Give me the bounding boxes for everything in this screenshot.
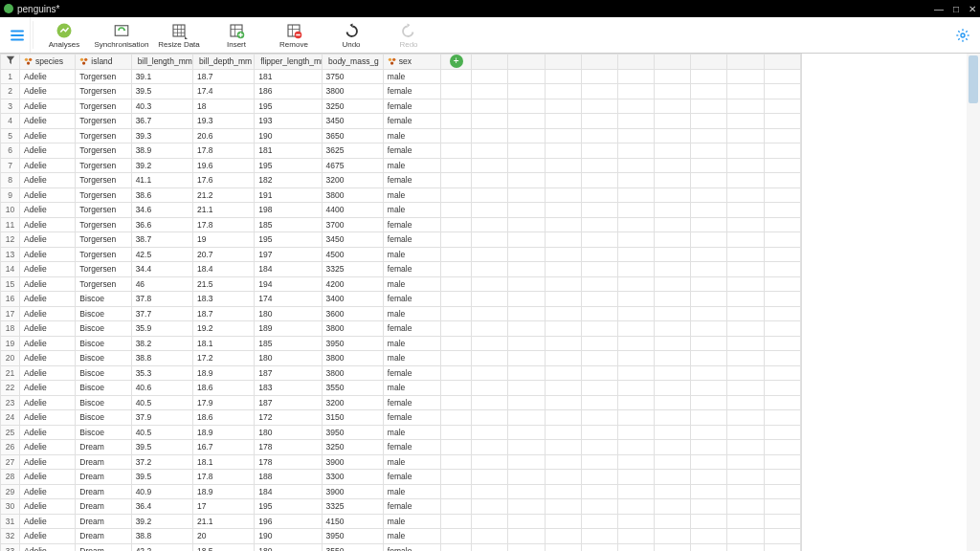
cell[interactable]: Torgersen <box>76 187 131 203</box>
empty-cell[interactable] <box>545 247 581 262</box>
table-row[interactable]: 12AdelieTorgersen38.7191953450female <box>1 232 801 248</box>
empty-cell[interactable] <box>545 365 581 381</box>
empty-cell[interactable] <box>508 440 545 455</box>
empty-cell[interactable] <box>617 529 654 544</box>
cell[interactable]: male <box>383 69 440 84</box>
table-row[interactable]: 21AdelieBiscoe35.318.91873800female <box>1 365 801 381</box>
empty-cell[interactable] <box>764 425 800 440</box>
empty-cell[interactable] <box>441 395 472 410</box>
resize-data-button[interactable]: Resize Data <box>150 17 208 53</box>
empty-cell[interactable] <box>655 529 691 544</box>
empty-cell[interactable] <box>472 336 508 351</box>
empty-cell[interactable] <box>472 187 508 203</box>
empty-cell[interactable] <box>691 99 727 114</box>
empty-cell[interactable] <box>472 499 508 515</box>
row-number[interactable]: 23 <box>1 395 20 410</box>
empty-cell[interactable] <box>441 484 472 499</box>
cell[interactable]: 35.3 <box>131 365 192 381</box>
empty-cell[interactable] <box>691 114 727 129</box>
cell[interactable]: 21.2 <box>192 187 254 203</box>
empty-cell[interactable] <box>655 395 691 410</box>
empty-cell[interactable] <box>441 499 472 515</box>
cell[interactable]: 17.8 <box>192 217 254 232</box>
empty-cell[interactable] <box>441 306 472 321</box>
empty-cell[interactable] <box>545 99 581 114</box>
empty-cell[interactable] <box>655 114 691 129</box>
empty-cell[interactable] <box>617 336 654 351</box>
cell[interactable]: Adelie <box>20 395 76 410</box>
cell[interactable]: 21.1 <box>192 203 254 218</box>
empty-cell[interactable] <box>727 173 764 188</box>
empty-cell[interactable] <box>691 217 727 232</box>
empty-column-header[interactable] <box>655 55 691 70</box>
empty-cell[interactable] <box>764 276 800 292</box>
empty-cell[interactable] <box>764 128 800 143</box>
empty-cell[interactable] <box>508 99 545 114</box>
table-row[interactable]: 20AdelieBiscoe38.817.21803800male <box>1 351 801 366</box>
empty-cell[interactable] <box>581 425 617 440</box>
empty-cell[interactable] <box>727 425 764 440</box>
empty-cell[interactable] <box>617 217 654 232</box>
table-row[interactable]: 28AdelieDream39.517.81883300female <box>1 470 801 485</box>
cell[interactable]: 18.9 <box>192 484 254 499</box>
empty-cell[interactable] <box>764 454 800 470</box>
empty-cell[interactable] <box>655 69 691 84</box>
cell[interactable]: 181 <box>255 143 322 159</box>
cell[interactable]: 38.6 <box>131 187 192 203</box>
column-header-bill_length_mm[interactable]: bill_length_mm <box>131 55 192 70</box>
cell[interactable]: Biscoe <box>76 381 131 396</box>
cell[interactable]: Dream <box>76 454 131 470</box>
row-number[interactable]: 14 <box>1 262 20 277</box>
empty-cell[interactable] <box>581 276 617 292</box>
empty-cell[interactable] <box>764 84 800 99</box>
table-row[interactable]: 25AdelieBiscoe40.518.91803950male <box>1 425 801 440</box>
row-number[interactable]: 11 <box>1 217 20 232</box>
empty-cell[interactable] <box>441 173 472 188</box>
cell[interactable]: 172 <box>255 410 322 426</box>
cell[interactable]: Adelie <box>20 203 76 218</box>
cell[interactable]: Adelie <box>20 365 76 381</box>
empty-cell[interactable] <box>691 262 727 277</box>
cell[interactable]: female <box>383 262 440 277</box>
cell[interactable]: male <box>383 514 440 529</box>
cell[interactable]: 41.1 <box>131 173 192 188</box>
cell[interactable]: Dream <box>76 514 131 529</box>
row-number[interactable]: 6 <box>1 143 20 159</box>
empty-cell[interactable] <box>508 484 545 499</box>
empty-cell[interactable] <box>691 276 727 292</box>
cell[interactable]: Torgersen <box>76 84 131 99</box>
cell[interactable]: 40.5 <box>131 425 192 440</box>
empty-cell[interactable] <box>764 470 800 485</box>
cell[interactable]: Biscoe <box>76 321 131 337</box>
empty-cell[interactable] <box>581 499 617 515</box>
empty-cell[interactable] <box>764 292 800 307</box>
empty-column-header[interactable] <box>581 55 617 70</box>
cell[interactable]: Adelie <box>20 292 76 307</box>
cell[interactable]: female <box>383 410 440 426</box>
table-row[interactable]: 9AdelieTorgersen38.621.21913800male <box>1 187 801 203</box>
table-row[interactable]: 1AdelieTorgersen39.118.71813750male <box>1 69 801 84</box>
empty-cell[interactable] <box>655 336 691 351</box>
row-number[interactable]: 3 <box>1 99 20 114</box>
empty-cell[interactable] <box>441 158 472 173</box>
empty-cell[interactable] <box>691 529 727 544</box>
cell[interactable]: 3550 <box>322 543 383 551</box>
empty-cell[interactable] <box>441 99 472 114</box>
cell[interactable]: Torgersen <box>76 276 131 292</box>
spreadsheet[interactable]: speciesislandbill_length_mmbill_depth_mm… <box>0 54 802 551</box>
cell[interactable]: Biscoe <box>76 306 131 321</box>
cell[interactable]: 38.7 <box>131 232 192 248</box>
empty-cell[interactable] <box>691 143 727 159</box>
cell[interactable]: 186 <box>255 84 322 99</box>
cell[interactable]: Torgersen <box>76 69 131 84</box>
cell[interactable]: Biscoe <box>76 351 131 366</box>
empty-cell[interactable] <box>617 247 654 262</box>
cell[interactable]: female <box>383 217 440 232</box>
empty-cell[interactable] <box>764 440 800 455</box>
row-number[interactable]: 17 <box>1 306 20 321</box>
empty-cell[interactable] <box>655 217 691 232</box>
cell[interactable]: 37.7 <box>131 306 192 321</box>
cell[interactable]: Torgersen <box>76 247 131 262</box>
empty-column-header[interactable] <box>691 55 727 70</box>
empty-cell[interactable] <box>472 203 508 218</box>
